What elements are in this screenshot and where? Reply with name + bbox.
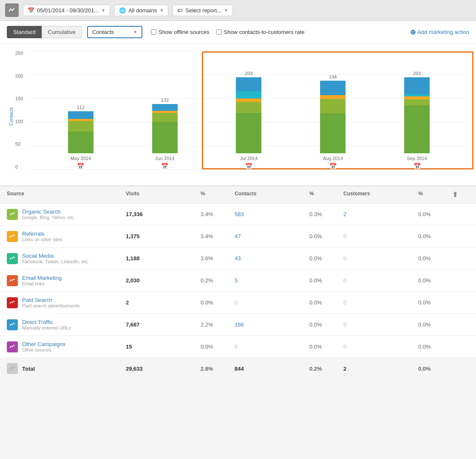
calendar-icon: 📅: [28, 7, 34, 14]
source-cell-organic: Organic Search Google, Bing, Yahoo, etc.: [7, 208, 126, 220]
add-marketing-action-button[interactable]: ⊕ Add marketing action: [410, 28, 469, 36]
calendar-jul-icon[interactable]: 📅: [245, 163, 252, 169]
email-customers-pct: 0.0%: [418, 277, 452, 284]
referrals-info: Referrals Links on other sites: [22, 231, 62, 242]
paid-name[interactable]: Paid Search: [22, 297, 80, 303]
social-contacts[interactable]: 43: [235, 255, 309, 262]
table-row: Paid Search Paid search advertisements 2…: [0, 292, 476, 314]
segment-sep-5: [404, 77, 430, 94]
bar-label-sep: Sep 2014: [407, 156, 427, 161]
total-source-cell: Total: [7, 363, 126, 374]
contacts-rate-label: Show contacts-to-customers rate: [224, 29, 305, 35]
contacts-rate-checkbox[interactable]: Show contacts-to-customers rate: [216, 29, 305, 35]
bar-value-aug: 194: [329, 74, 337, 79]
cumulative-button[interactable]: Cumulative: [42, 26, 82, 38]
direct-contacts[interactable]: 166: [235, 321, 309, 328]
standard-button[interactable]: Standard: [7, 26, 42, 38]
bar-value-jul: 203: [245, 71, 252, 76]
referrals-name[interactable]: Referrals: [22, 231, 62, 237]
bar-jun2014[interactable]: 132 Jun 2014 📅: [152, 98, 178, 169]
segment-sep-3: [404, 96, 430, 99]
source-cell-direct: Direct Traffic Manually entered URLs: [7, 319, 126, 330]
referrals-contacts[interactable]: 47: [235, 233, 309, 239]
paid-customers-pct: 0.0%: [418, 299, 452, 306]
organic-contacts[interactable]: 583: [235, 211, 309, 217]
direct-customers: 0: [343, 321, 418, 328]
controls-row: Standard Cumulative Contacts ▼ Show offl…: [0, 21, 476, 44]
paid-visits-pct: 0.0%: [201, 299, 235, 306]
source-cell-social: Social Media Facebook, Twitter, LinkedIn…: [7, 253, 126, 264]
contacts-rate-input[interactable]: [216, 29, 222, 35]
referrals-visits-pct: 3.4%: [201, 233, 235, 239]
y-tick-100: 100: [15, 119, 23, 124]
y-tick-250: 250: [15, 51, 23, 56]
email-contacts[interactable]: 5: [235, 277, 309, 284]
chart-area: Contacts 250 200 150 100 50 0: [0, 44, 476, 186]
referrals-icon: [7, 231, 18, 242]
social-name[interactable]: Social Media: [22, 253, 89, 259]
bar-sep2014[interactable]: 203 Sep 2014 📅: [404, 71, 430, 169]
organic-search-icon: [7, 209, 18, 220]
offline-sources-checkbox[interactable]: Show offline sources: [151, 29, 210, 35]
referrals-contacts-pct: 0.0%: [309, 233, 343, 239]
calendar-sep-icon[interactable]: 📅: [414, 163, 421, 169]
bar-label-aug: Aug 2014: [323, 156, 343, 161]
segment-jul-5: [236, 77, 261, 91]
bar-label-may: May 2014: [71, 156, 91, 161]
segment-aug-4: [320, 81, 346, 95]
bar-aug2014[interactable]: 194 Aug 2014 📅: [320, 74, 346, 169]
report-label: Select report...: [185, 7, 221, 14]
email-info: Email Marketing Email links: [22, 275, 62, 286]
globe-icon: 🌐: [119, 7, 126, 14]
segment-jun-2: [152, 113, 178, 122]
social-customers: 0: [343, 255, 418, 262]
email-name[interactable]: Email Marketing: [22, 275, 62, 281]
y-tick-150: 150: [15, 96, 23, 101]
date-range-dropdown[interactable]: 📅 05/01/2014 - 09/30/201... ▼: [23, 5, 110, 16]
organic-customers[interactable]: 2: [343, 211, 418, 217]
col-visits-pct: %: [201, 191, 235, 199]
direct-name[interactable]: Direct Traffic: [22, 319, 71, 325]
y-axis-label: Contacts: [8, 51, 14, 182]
organic-visits-pct: 3.4%: [201, 211, 235, 217]
export-icon[interactable]: ⬆: [452, 191, 458, 198]
other-contacts-pct: 0.0%: [309, 344, 343, 350]
plus-icon: ⊕: [410, 28, 416, 36]
calendar-may-icon[interactable]: 📅: [77, 163, 84, 169]
col-customers-pct: %: [418, 191, 452, 199]
calendar-jun-icon[interactable]: 📅: [161, 163, 168, 169]
metric-dropdown[interactable]: Contacts ▼: [87, 26, 142, 38]
col-visits: Visits: [126, 191, 201, 199]
bar-may2014[interactable]: 112 May 2014 📅: [68, 105, 94, 169]
direct-info: Direct Traffic Manually entered URLs: [22, 319, 71, 330]
email-customers: 0: [343, 277, 418, 284]
source-cell-paid: Paid Search Paid search advertisements: [7, 297, 126, 308]
paid-contacts-pct: 0.0%: [309, 299, 343, 306]
col-contacts: Contacts: [235, 191, 309, 199]
paid-visits: 2: [126, 299, 201, 306]
domains-label: All domains: [128, 7, 157, 14]
offline-sources-input[interactable]: [151, 29, 156, 35]
social-visits-pct: 3.6%: [201, 255, 235, 262]
y-axis: 250 200 150 100 50 0: [15, 51, 26, 169]
bar-jul2014[interactable]: 203 Jul 2014 📅: [236, 71, 261, 169]
referrals-sub: Links on other sites: [22, 237, 62, 242]
other-name[interactable]: Other Campaigns: [22, 341, 65, 347]
email-marketing-icon: [7, 275, 18, 286]
report-dropdown[interactable]: 🏷 Select report... ▼: [173, 5, 232, 16]
organic-search-name[interactable]: Organic Search: [22, 208, 75, 215]
chart-inner: 250 200 150 100 50 0: [15, 51, 468, 182]
social-sub: Facebook, Twitter, LinkedIn, etc.: [22, 259, 89, 264]
segment-jun-1: [152, 122, 178, 153]
date-caret-icon: ▼: [101, 8, 105, 13]
bar-value-may: 112: [77, 105, 85, 110]
calendar-aug-icon[interactable]: 📅: [329, 163, 337, 169]
stacked-bar-sep: [404, 77, 430, 153]
segment-jul-1: [236, 113, 261, 153]
view-toggle: Standard Cumulative: [7, 26, 82, 38]
bar-value-sep: 203: [413, 71, 421, 76]
domains-dropdown[interactable]: 🌐 All domains ▼: [114, 5, 168, 16]
segment-may-1: [68, 132, 94, 153]
other-visits-pct: 0.0%: [201, 344, 235, 350]
col-source: Source: [7, 191, 126, 199]
